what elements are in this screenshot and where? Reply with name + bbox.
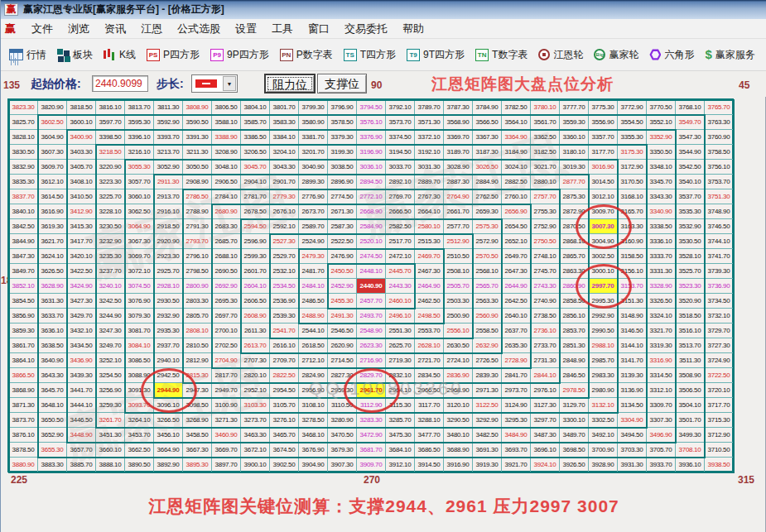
toolbar-button[interactable]: K线 (104, 48, 136, 62)
matrix-cell: 2954.50 (270, 383, 299, 398)
matrix-cell: 3324.10 (647, 309, 676, 324)
matrix-cell: 3052.90 (154, 160, 183, 175)
matrix-cell: 3211.30 (183, 145, 212, 160)
matrix-cell: 3237.70 (96, 264, 125, 279)
matrix-cell: 2659.30 (473, 204, 502, 219)
matrix-cell: 3528.10 (676, 249, 705, 264)
matrix-cell: 3544.90 (676, 145, 705, 160)
matrix-cell: 2587.30 (328, 219, 357, 234)
matrix-cell: 3688.90 (444, 443, 473, 458)
toolbar-button[interactable]: 行情 (9, 48, 46, 62)
matrix-cell: 3492.10 (589, 428, 618, 443)
matrix-cell: 2750.50 (531, 234, 560, 249)
menu-item-4[interactable]: 江恩 (133, 19, 170, 39)
dropdown-arrow-icon[interactable]: ▼ (223, 76, 236, 91)
matrix-cell: 2937.70 (154, 338, 183, 353)
menu-item-5[interactable]: 公式选股 (170, 19, 228, 39)
matrix-cell: 3542.50 (676, 160, 705, 175)
toolbar-button[interactable]: TST四方形 (344, 48, 396, 62)
matrix-cell: 2671.30 (328, 204, 357, 219)
matrix-cell: 2942.50 (154, 368, 183, 383)
matrix-cell: 3871.30 (9, 398, 38, 413)
matrix-cell: 3307.30 (647, 413, 676, 428)
menu-item-7[interactable]: 工具 (264, 19, 301, 39)
menu-item-10[interactable]: 帮助 (395, 19, 431, 39)
menu-item-3[interactable]: 资讯 (97, 19, 133, 39)
matrix-cell: 2875.30 (560, 189, 589, 204)
toolbar-button[interactable]: TNT数字表 (475, 48, 528, 62)
matrix-cell: 2524.90 (299, 234, 328, 249)
hexagon-icon (649, 49, 661, 60)
toolbar-button[interactable]: P99P四方形 (210, 48, 269, 62)
toolbar-button[interactable]: 板块 (57, 48, 93, 62)
matrix-cell: 3506.50 (676, 383, 705, 398)
matrix-cell: 3165.70 (618, 204, 647, 219)
matrix-cell: 3304.90 (618, 413, 647, 428)
toolbar-button[interactable]: PSP四方形 (147, 48, 200, 62)
matrix-cell: 3232.90 (96, 234, 125, 249)
matrix-cell: 2853.70 (560, 324, 589, 338)
matrix-cell: 3088.90 (125, 368, 154, 383)
matrix-cell: 2548.90 (357, 324, 386, 338)
toolbar-label: 赢家服务 (715, 48, 755, 62)
matrix-cell: 3367.30 (473, 130, 502, 145)
matrix-cell: 2522.50 (328, 234, 357, 249)
toolbar-button[interactable]: $赢家服务 (705, 48, 754, 62)
toolbar-button[interactable]: Big赢家轮 (594, 48, 638, 62)
matrix-cell: 2649.70 (502, 249, 531, 264)
matrix-cell: 3180.10 (560, 145, 589, 160)
matrix-cell: 2474.50 (357, 249, 386, 264)
toolbar-label: P四方形 (163, 48, 200, 62)
toolbar-label: T四方形 (360, 48, 396, 62)
matrix-cell: 2440.90 (357, 279, 386, 294)
matrix-cell: 2973.70 (502, 383, 531, 398)
matrix-cell: 2827.30 (328, 368, 357, 383)
toolbar-button[interactable]: 六角形 (649, 48, 694, 62)
matrix-cell: 2692.90 (212, 279, 241, 294)
start-price-input[interactable] (92, 75, 148, 92)
toolbar-button[interactable]: T99T四方形 (407, 48, 465, 62)
matrix-cell: 2985.70 (589, 353, 618, 368)
matrix-cell: 3350.50 (647, 145, 676, 160)
matrix-cell: 3547.30 (676, 130, 705, 145)
matrix-cell: 3448.90 (67, 428, 96, 443)
resistance-button[interactable]: 阻力位 (264, 74, 316, 93)
matrix-cell: 3796.90 (328, 100, 357, 115)
matrix-cell: 3141.70 (618, 353, 647, 368)
menu-item-1[interactable]: 文件 (24, 19, 60, 39)
matrix-cell: 3907.30 (328, 458, 357, 472)
matrix-cell: 2637.70 (502, 324, 531, 338)
matrix-cell: 2503.30 (444, 294, 473, 309)
toolbar-button[interactable]: 江恩轮 (538, 48, 583, 62)
matrix-cell: 3830.50 (9, 145, 38, 160)
matrix-cell: 3691.30 (473, 443, 502, 458)
matrix-cell: 3280.90 (328, 413, 357, 428)
matrix-cell: 2517.70 (386, 234, 415, 249)
matrix-cell: 3840.10 (9, 204, 38, 219)
menu-item-9[interactable]: 交易委托 (337, 19, 395, 39)
matrix-cell: 3064.90 (125, 219, 154, 234)
matrix-cell: 3520.90 (676, 294, 705, 309)
matrix-cell: 3624.10 (38, 249, 67, 264)
matrix-cell: 3412.90 (67, 204, 96, 219)
step-dropdown[interactable]: ▼ (191, 74, 238, 93)
matrix-cell: 3787.30 (444, 100, 473, 115)
matrix-cell: 2971.30 (473, 383, 502, 398)
matrix-cell: 3549.70 (676, 115, 705, 130)
menu-item-2[interactable]: 浏览 (60, 19, 97, 39)
menu-item-6[interactable]: 设置 (228, 19, 264, 39)
title-bar[interactable]: 赢 赢家江恩专业版[赢家服务平台] - [价格正方形] (1, 0, 766, 19)
matrix-cell: 3660.10 (96, 443, 125, 458)
matrix-cell: 3124.90 (502, 398, 531, 413)
matrix-cell: 2467.30 (415, 264, 444, 279)
matrix-cell: 3537.70 (676, 189, 705, 204)
toolbar-button[interactable]: PNP数字表 (280, 48, 333, 62)
matrix-cell: 3441.70 (67, 383, 96, 398)
matrix-cell: 2925.70 (154, 264, 183, 279)
support-button[interactable]: 支撑位 (317, 74, 367, 93)
matrix-cell: 3372.10 (415, 130, 444, 145)
matrix-cell: 3808.90 (183, 100, 212, 115)
menu-item-8[interactable]: 窗口 (301, 19, 337, 39)
matrix-cell: 3273.70 (241, 413, 270, 428)
matrix-cell: 3384.10 (270, 130, 299, 145)
